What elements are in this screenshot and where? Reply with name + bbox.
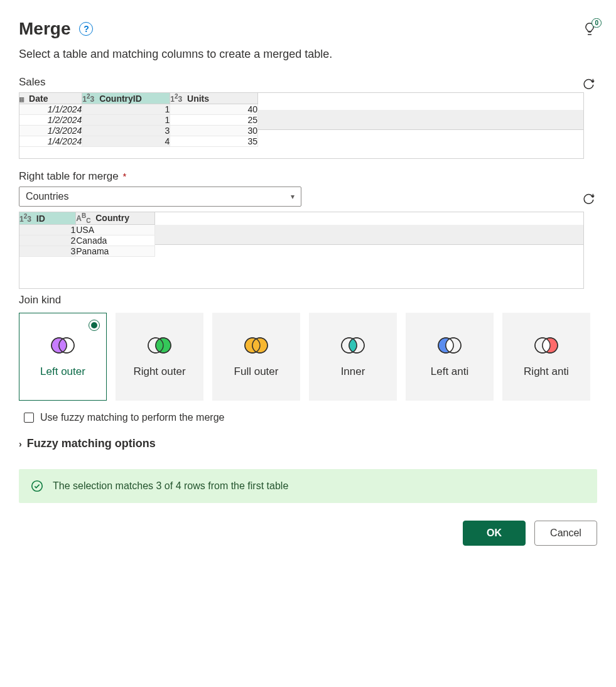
join-kind-label: Right outer — [133, 365, 185, 378]
table-row[interactable]: 1/3/2024330 — [19, 126, 258, 136]
cell: Canada — [76, 235, 155, 246]
match-banner-text: The selection matches 3 of 4 rows from t… — [53, 480, 288, 492]
table-row[interactable]: 1/2/2024125 — [19, 115, 258, 126]
cancel-button[interactable]: Cancel — [534, 521, 597, 546]
checkbox-icon — [24, 413, 34, 423]
cell: 40 — [170, 104, 258, 115]
cell: 3 — [19, 246, 76, 257]
cell: 1/3/2024 — [19, 126, 82, 136]
table-row[interactable]: 1/4/2024435 — [19, 136, 258, 147]
column-header[interactable]: ABC Country — [76, 212, 155, 225]
fuzzy-options-label: Fuzzy matching options — [27, 437, 156, 450]
required-mark: * — [122, 171, 126, 181]
cell: USA — [76, 225, 155, 235]
cell: 1/4/2024 — [19, 136, 82, 147]
refresh-right-table-button[interactable] — [580, 190, 597, 207]
column-header[interactable]: 123 CountryID — [82, 93, 170, 104]
refresh-left-table-button[interactable] — [580, 75, 597, 92]
suggestions-bulb-icon[interactable]: 0 — [582, 21, 597, 36]
dialog-title: Merge — [19, 19, 70, 39]
cell: 1 — [82, 115, 170, 126]
fuzzy-matching-checkbox[interactable]: Use fuzzy matching to perform the merge — [24, 412, 597, 423]
help-icon[interactable]: ? — [79, 22, 93, 36]
join-kind-right_anti[interactable]: Right anti — [502, 313, 590, 401]
match-banner: The selection matches 3 of 4 rows from t… — [19, 469, 597, 503]
cell: 30 — [170, 126, 258, 136]
bulb-badge: 0 — [592, 18, 602, 28]
join-kind-label: Join kind — [19, 294, 597, 306]
join-kind-label: Full outer — [234, 365, 279, 378]
right-table-label: Right table for merge — [19, 170, 119, 182]
chevron-down-icon: ▾ — [291, 192, 294, 201]
cell: 2 — [19, 235, 76, 246]
cell: 1/1/2024 — [19, 104, 82, 115]
radio-selected-icon — [89, 320, 100, 331]
cell: Panama — [76, 246, 155, 257]
cell: 1 — [82, 104, 170, 115]
join-kind-label: Left outer — [40, 365, 85, 378]
join-kind-right_outer[interactable]: Right outer — [116, 313, 203, 401]
table-row[interactable]: 2Canada — [19, 235, 155, 246]
chevron-right-icon: › — [19, 439, 22, 449]
join-kind-label: Left anti — [431, 365, 469, 378]
cell: 4 — [82, 136, 170, 147]
column-header[interactable]: ▦ Date — [19, 93, 82, 104]
join-kind-left_outer[interactable]: Left outer — [19, 313, 107, 401]
table-row[interactable]: 1/1/2024140 — [19, 104, 258, 115]
join-kind-left_anti[interactable]: Left anti — [406, 313, 494, 401]
column-header[interactable]: 123 Units — [170, 93, 258, 104]
join-kind-label: Right anti — [524, 365, 569, 378]
join-kind-inner[interactable]: Inner — [309, 313, 397, 401]
join-kind-label: Inner — [341, 365, 365, 378]
ok-button[interactable]: OK — [463, 521, 526, 546]
cell: 25 — [170, 115, 258, 126]
dialog-subtitle: Select a table and matching columns to c… — [19, 48, 597, 61]
right-table[interactable]: 123 IDABC Country1USA2Canada3Panama — [19, 212, 584, 289]
cell: 1/2/2024 — [19, 115, 82, 126]
join-kind-full_outer[interactable]: Full outer — [212, 313, 300, 401]
svg-point-36 — [32, 481, 43, 492]
left-table-name: Sales — [19, 76, 46, 89]
right-table-selected: Countries — [26, 191, 68, 202]
fuzzy-options-expander[interactable]: › Fuzzy matching options — [19, 437, 597, 450]
join-kind-options: Left outerRight outerFull outerInnerLeft… — [19, 313, 597, 401]
cell: 3 — [82, 126, 170, 136]
cell: 1 — [19, 225, 76, 235]
fuzzy-checkbox-label: Use fuzzy matching to perform the merge — [40, 412, 224, 423]
cell: 35 — [170, 136, 258, 147]
table-row[interactable]: 1USA — [19, 225, 155, 235]
table-row[interactable]: 3Panama — [19, 246, 155, 257]
left-table[interactable]: ▦ Date123 CountryID123 Units1/1/20241401… — [19, 92, 584, 159]
right-table-dropdown[interactable]: Countries ▾ — [19, 187, 301, 207]
column-header[interactable]: 123 ID — [19, 212, 76, 225]
